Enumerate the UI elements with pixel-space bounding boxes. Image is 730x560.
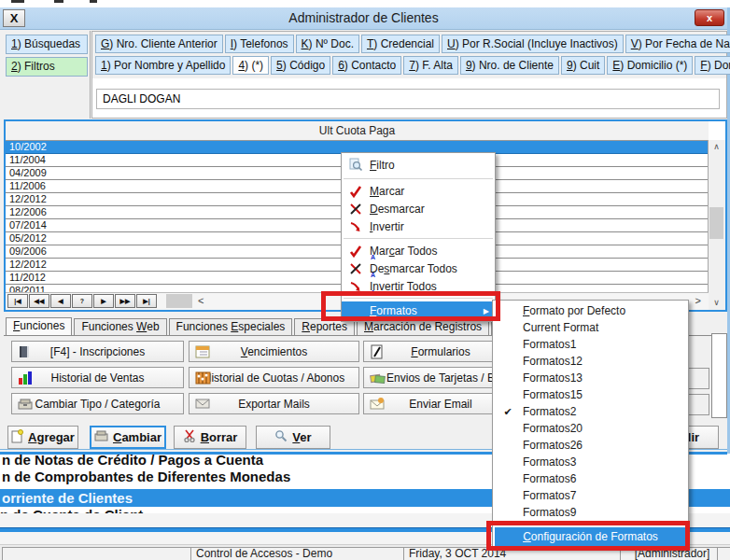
menu-item-desmarcar[interactable]: Desmarcar [342,200,495,217]
cards-icon [370,371,386,388]
filter-tab-row-1: G) Nro. Cliente Anterior I) Telefonos K)… [95,35,730,53]
submenu-item-formatos12[interactable]: Formatos12 [493,353,688,370]
sidebar-divider [90,31,91,119]
tab-n-doc[interactable]: K) Nº Doc. [296,35,359,53]
agregar-button[interactable]: Agregar [7,426,78,449]
submenu-item-formatos6[interactable]: Formatos6 [493,470,688,487]
scissors-icon [183,429,196,445]
submenu-item-formatos9[interactable]: Formatos9 [493,504,688,521]
title-bar[interactable]: Administrador de Clientes [0,7,727,30]
tab-funciones-web[interactable]: Funciones Web [74,318,166,335]
tab-domicilio[interactable]: E) Domicilio (*) [607,56,693,75]
send-email-icon [370,397,385,413]
nav-last-button[interactable]: ▶| [136,294,157,308]
historial-ventas-button[interactable]: Historial de Ventas [11,367,184,388]
nav-fast-forward-button[interactable]: ▶▶ [115,294,135,308]
submenu-item-formatos1[interactable]: Formatos1 [493,336,688,353]
scroll-left-icon[interactable]: < [198,293,204,309]
magnifier-icon [274,429,288,445]
menu-item-invertir[interactable]: Invertir [342,217,495,235]
window-title: Administrador de Clientes [0,7,727,29]
annotation-box-formatos [321,291,500,321]
tab-funciones[interactable]: Funciones [6,317,72,335]
submenu-item-formatos2[interactable]: ✔Formatos2 [493,403,688,420]
scroll-right-icon[interactable]: > [695,293,701,309]
check-red-icon [342,185,370,198]
system-menu-close-button[interactable]: X [3,9,25,27]
menu-item-marcar-todos[interactable]: A Marcar Todos [342,242,495,259]
nav-fast-back-button[interactable]: ◀◀ [29,294,49,308]
ver-button[interactable]: Ver [256,426,330,449]
tab-domicilio-cob[interactable]: F) Domicilio Cob. [695,56,730,75]
x-mark-icon [342,203,370,216]
menu-item-marcar[interactable]: Marcar [342,182,495,200]
menu-item-filtro[interactable]: Filtro [342,154,495,175]
right-panel-fragment [711,333,727,418]
tab-por-fecha-nac[interactable]: V) Por Fecha de Nac. [625,35,730,53]
exportar-mails-button[interactable]: Exportar Mails [189,393,359,414]
submenu-item-formatos13[interactable]: Formatos13 [493,370,688,386]
formatos-submenu: Formato por Defecto Current Format Forma… [492,300,689,549]
horizontal-scroll-thumb[interactable] [166,294,192,308]
inscripciones-button[interactable]: [F4] - Inscripciones [11,341,184,362]
invert-arrow-icon [342,220,370,233]
tab-cuit[interactable]: 9) Cuit [561,56,605,75]
vencimientos-button[interactable]: Vencimientos [189,341,359,362]
scroll-down-icon[interactable]: ∨ [709,296,723,310]
annotation-box-configuracion [486,521,690,551]
check-red-all-icon: A [342,245,370,258]
search-input[interactable] [96,89,720,109]
sidebar-tab-busquedas[interactable]: 1) Búsquedas [6,35,88,54]
submenu-item-formatos26[interactable]: Formatos26 [493,437,688,454]
book-icon [18,344,32,362]
menu-item-desmarcar-todos[interactable]: A Desmarcar Todos [342,259,495,277]
scroll-up-icon[interactable]: ∧ [709,140,723,154]
tab-por-nombre-apellido[interactable]: 1) Por Nombre y Apellido [95,56,231,75]
filter-tab-row-2: 1) Por Nombre y Apellido 4) (*) 5) Códig… [95,56,730,75]
menu-separator [344,238,493,239]
submenu-item-formatos15[interactable]: Formatos15 [493,386,688,403]
cambiar-button[interactable]: Cambiar [90,426,166,449]
vertical-scrollbar[interactable]: ∧ ∨ [708,140,725,310]
nav-first-button[interactable]: |◀ [7,294,28,308]
submenu-item-formato-defecto[interactable]: Formato por Defecto [493,302,688,319]
new-record-icon [11,429,23,446]
submenu-item-formatos3[interactable]: Formatos3 [493,454,688,470]
envelope-icon [195,397,210,413]
tab-nro-de-cliente[interactable]: 9) Nro. de Cliente [460,56,559,75]
submenu-item-formatos20[interactable]: Formatos20 [493,420,688,437]
submenu-item-formatos7[interactable]: Formatos7 [493,487,688,504]
tab-contacto[interactable]: 6) Contacto [332,56,401,75]
screen: n de Notas de Crédito / Pagos a Cuenta n… [0,0,730,560]
check-icon: ✔ [493,406,523,418]
nav-search-button[interactable]: ? [72,294,92,308]
bar-chart-icon [18,371,33,388]
borrar-button[interactable]: Borrar [174,426,246,449]
menu-separator [344,178,493,179]
tab-4-activo[interactable]: 4) (*) [232,56,269,75]
nav-prev-button[interactable]: ◀ [50,294,71,308]
tab-nro-cliente-anterior[interactable]: G) Nro. Cliente Anterior [95,35,223,53]
tab-por-rsocial[interactable]: U) Por R.Social (Incluye Inactivos) [442,35,624,53]
top-clipped-fragment [11,0,24,3]
background-clipped-text: n de Cuenta de Client [0,507,392,513]
submenu-item-current-format[interactable]: Current Format [493,319,688,336]
tab-credencial[interactable]: T) Credencial [361,35,440,53]
historial-cuotas-button[interactable]: Historial de Cuotas / Abonos [189,367,359,388]
status-panel-app: Control de Accesos - Demo [190,547,406,560]
cambiar-tipo-button[interactable]: Cambiar Tipo / Categoría [11,393,184,414]
background-text-line2: n de Comprobantes de Diferentes Monedas [2,469,290,484]
grid-column-header[interactable]: Ult Cuota Paga [6,121,709,141]
calendar-icon [195,344,210,362]
tab-funciones-especiales[interactable]: Funciones Especiales [169,318,293,335]
vertical-scroll-thumb[interactable] [709,207,723,239]
filter-magnifier-icon [342,158,370,172]
tab-telefonos[interactable]: I) Telefonos [225,35,294,53]
status-panel-empty [2,547,193,560]
tab-f-alta[interactable]: 7) F. Alta [403,56,458,75]
nav-next-button[interactable]: ▶ [93,294,114,308]
close-icon[interactable]: x [695,9,724,26]
tab-codigo[interactable]: 5) Código [271,56,330,75]
sidebar-tab-filtros[interactable]: 2) Filtros [6,57,88,77]
drawer-icon [18,397,33,414]
